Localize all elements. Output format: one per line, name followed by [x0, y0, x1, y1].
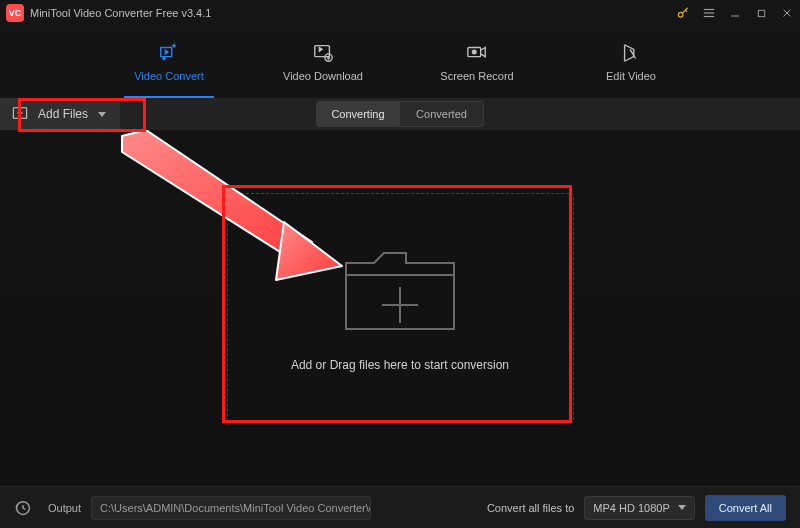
tab-converting[interactable]: Converting	[316, 101, 400, 127]
menu-icon[interactable]	[702, 6, 716, 20]
tab-video-download[interactable]: Video Download	[278, 26, 368, 98]
svg-point-11	[472, 50, 476, 54]
output-label: Output	[48, 502, 81, 514]
tab-converted[interactable]: Converted	[400, 101, 484, 127]
bottom-bar: Output C:\Users\ADMIN\Documents\MiniTool…	[0, 486, 800, 528]
nav-label: Screen Record	[440, 70, 513, 82]
output-path-text: C:\Users\ADMIN\Documents\MiniTool Video …	[100, 502, 371, 514]
chevron-down-icon	[678, 505, 686, 510]
nav-label: Video Download	[283, 70, 363, 82]
app-title: MiniTool Video Converter Free v3.4.1	[30, 7, 211, 19]
svg-point-0	[678, 12, 683, 17]
svg-rect-5	[758, 10, 764, 16]
key-icon[interactable]	[676, 6, 690, 20]
nav-label: Edit Video	[606, 70, 656, 82]
add-file-icon	[12, 106, 28, 123]
tab-edit-video[interactable]: Edit Video	[586, 26, 676, 98]
conversion-status-tabs: Converting Converted	[316, 101, 484, 127]
drop-label: Add or Drag files here to start conversi…	[291, 358, 509, 372]
convert-icon	[158, 42, 180, 64]
output-preset-dropdown[interactable]: MP4 HD 1080P	[584, 496, 694, 520]
app-logo: VC	[6, 4, 24, 22]
titlebar: VC MiniTool Video Converter Free v3.4.1	[0, 0, 800, 26]
folder-add-icon	[340, 245, 460, 340]
close-icon[interactable]	[780, 6, 794, 20]
tab-video-convert[interactable]: Video Convert	[124, 26, 214, 98]
preset-text: MP4 HD 1080P	[593, 502, 669, 514]
tab-screen-record[interactable]: Screen Record	[432, 26, 522, 98]
add-files-button[interactable]: Add Files	[0, 98, 120, 130]
drop-area[interactable]: Add or Drag files here to start conversi…	[227, 193, 574, 423]
main-nav: Video Convert Video Download Screen Reco…	[0, 26, 800, 98]
add-files-label: Add Files	[38, 107, 88, 121]
output-path-field[interactable]: C:\Users\ADMIN\Documents\MiniTool Video …	[91, 496, 371, 520]
convert-all-button[interactable]: Convert All	[705, 495, 786, 521]
minimize-icon[interactable]	[728, 6, 742, 20]
edit-icon	[620, 42, 642, 64]
history-icon[interactable]	[14, 499, 32, 517]
maximize-icon[interactable]	[754, 6, 768, 20]
workarea: Add or Drag files here to start conversi…	[0, 130, 800, 486]
svg-rect-8	[315, 46, 330, 57]
toolbar: Add Files Converting Converted	[0, 98, 800, 130]
record-icon	[466, 42, 488, 64]
chevron-down-icon	[98, 112, 106, 117]
nav-label: Video Convert	[134, 70, 204, 82]
convert-all-files-to-label: Convert all files to	[487, 502, 574, 514]
download-icon	[312, 42, 334, 64]
